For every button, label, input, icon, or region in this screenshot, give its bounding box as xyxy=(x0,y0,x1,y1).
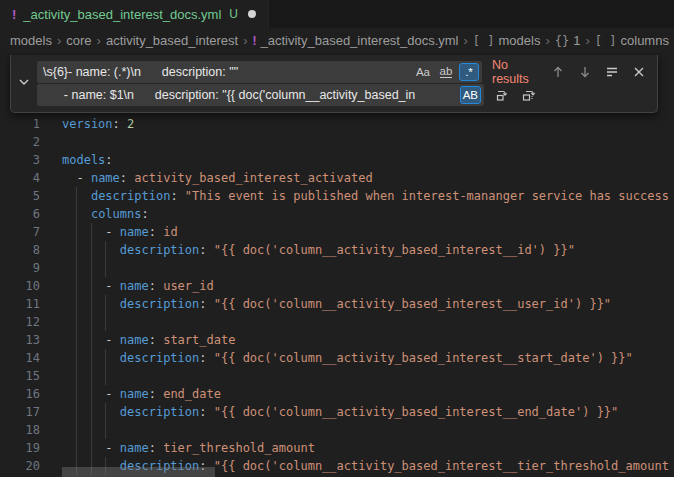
editor-tab[interactable]: ! _activity_based_interest_docs.yml U xyxy=(0,0,269,28)
code-line[interactable]: 13 - name: start_date xyxy=(0,331,674,349)
breadcrumb-label: activity_based_interest xyxy=(106,33,238,48)
token: - xyxy=(62,225,120,239)
toggle-replace-button[interactable] xyxy=(11,55,37,112)
preserve-case-toggle[interactable]: AB xyxy=(460,86,481,104)
line-number: 15 xyxy=(0,367,40,385)
token: description xyxy=(91,189,170,203)
token: - xyxy=(62,279,120,293)
line-number: 13 xyxy=(0,331,40,349)
token xyxy=(62,189,91,203)
token: : xyxy=(199,351,213,365)
match-case-toggle[interactable]: Aa xyxy=(413,63,433,81)
line-content: description: "{{ doc('column__activity_b… xyxy=(62,295,611,313)
code-line[interactable]: 5 description: "This event is published … xyxy=(0,187,674,205)
indent-guide xyxy=(91,367,92,385)
token: columns xyxy=(91,207,142,221)
indent-guide xyxy=(76,259,77,277)
code-line[interactable]: 17 description: "{{ doc('column__activit… xyxy=(0,403,674,421)
line-number: 14 xyxy=(0,349,40,367)
find-row: Aa ab .* No results xyxy=(37,61,649,83)
token: : xyxy=(149,225,163,239)
token: description xyxy=(120,297,199,311)
breadcrumb-separator-icon: › xyxy=(57,33,61,48)
breadcrumb-item-1[interactable]: {}1 xyxy=(555,33,581,48)
code-area[interactable]: 1version: 223models:4 - name: activity_b… xyxy=(0,115,674,475)
token: : xyxy=(120,171,134,185)
vscode-window: ! _activity_based_interest_docs.yml U mo… xyxy=(0,0,674,477)
breadcrumb-label: 1 xyxy=(573,33,580,48)
git-untracked-badge: U xyxy=(229,7,238,21)
code-line[interactable]: 16 - name: end_date xyxy=(0,385,674,403)
breadcrumb-item-models[interactable]: models xyxy=(10,33,52,48)
code-line[interactable]: 3models: xyxy=(0,151,674,169)
line-number: 7 xyxy=(0,223,40,241)
code-line[interactable]: 15 xyxy=(0,367,674,385)
code-line[interactable]: 4 - name: activity_based_interest_activa… xyxy=(0,169,674,187)
token: : xyxy=(149,387,163,401)
line-number: 12 xyxy=(0,313,40,331)
indent-guide xyxy=(91,421,92,439)
tab-filename: _activity_based_interest_docs.yml xyxy=(23,7,221,22)
line-number: 20 xyxy=(0,457,40,475)
symbol-icon: [ ] xyxy=(473,34,495,48)
token: models xyxy=(62,153,105,167)
breadcrumb-item-activity-based-interest[interactable]: activity_based_interest xyxy=(106,33,238,48)
line-number: 3 xyxy=(0,151,40,169)
horizontal-scrollbar[interactable] xyxy=(62,467,215,477)
close-button[interactable] xyxy=(629,62,649,82)
find-next-button[interactable] xyxy=(575,62,595,82)
code-line[interactable]: 2 xyxy=(0,133,674,151)
unsaved-changes-dot[interactable] xyxy=(248,10,256,18)
find-input[interactable] xyxy=(43,61,410,83)
whole-word-label: ab xyxy=(440,66,453,78)
replace-all-button[interactable] xyxy=(519,85,539,105)
code-line[interactable]: 8 description: "{{ doc('column__activity… xyxy=(0,241,674,259)
replace-button[interactable] xyxy=(492,85,512,105)
replace-input-box: AB xyxy=(37,84,484,106)
breadcrumb-separator-icon: › xyxy=(97,33,101,48)
line-content: - name: start_date xyxy=(62,331,235,349)
code-line[interactable]: 11 description: "{{ doc('column__activit… xyxy=(0,295,674,313)
line-number: 16 xyxy=(0,385,40,403)
replace-input[interactable] xyxy=(43,84,457,106)
token: "{{ doc('column__activity_based_interest… xyxy=(214,297,611,311)
token: - xyxy=(62,171,91,185)
breadcrumb-separator-icon: › xyxy=(464,33,468,48)
breadcrumb-item--activity-based-interest-docs-yml[interactable]: !_activity_based_interest_docs.yml xyxy=(253,33,459,48)
token: : xyxy=(141,207,148,221)
line-content: - name: tier_threshold_amount xyxy=(62,439,315,457)
code-line[interactable]: 12 xyxy=(0,313,674,331)
code-line[interactable]: 14 description: "{{ doc('column__activit… xyxy=(0,349,674,367)
find-previous-button[interactable] xyxy=(548,62,568,82)
token: : xyxy=(199,243,213,257)
code-line[interactable]: 19 - name: tier_threshold_amount xyxy=(0,439,674,457)
token xyxy=(62,243,120,257)
line-number: 18 xyxy=(0,421,40,439)
line-number: 9 xyxy=(0,259,40,277)
code-line[interactable]: 9 xyxy=(0,259,674,277)
code-line[interactable]: 1version: 2 xyxy=(0,115,674,133)
breadcrumb-item-columns[interactable]: [ ]columns xyxy=(595,33,669,48)
token: end_date xyxy=(163,387,221,401)
breadcrumb-label: models xyxy=(499,33,541,48)
regex-toggle[interactable]: .* xyxy=(459,63,479,81)
code-line[interactable]: 10 - name: user_id xyxy=(0,277,674,295)
breadcrumb-item-models[interactable]: [ ]models xyxy=(473,33,541,48)
token: : xyxy=(113,117,127,131)
whole-word-toggle[interactable]: ab xyxy=(436,63,456,81)
editor-pane[interactable]: 1version: 223models:4 - name: activity_b… xyxy=(0,53,674,477)
token: start_date xyxy=(163,333,235,347)
find-results-status: No results xyxy=(492,58,548,86)
code-line[interactable]: 7 - name: id xyxy=(0,223,674,241)
line-number: 5 xyxy=(0,187,40,205)
token: tier_threshold_amount xyxy=(163,441,315,455)
breadcrumb-item-core[interactable]: core xyxy=(66,33,91,48)
replace-row: AB xyxy=(37,84,649,106)
code-line[interactable]: 6 columns: xyxy=(0,205,674,223)
token: - xyxy=(62,333,120,347)
breadcrumb-separator-icon: › xyxy=(585,33,589,48)
token: : xyxy=(199,297,213,311)
find-in-selection-button[interactable] xyxy=(602,62,622,82)
code-line[interactable]: 18 xyxy=(0,421,674,439)
token: name xyxy=(120,387,149,401)
